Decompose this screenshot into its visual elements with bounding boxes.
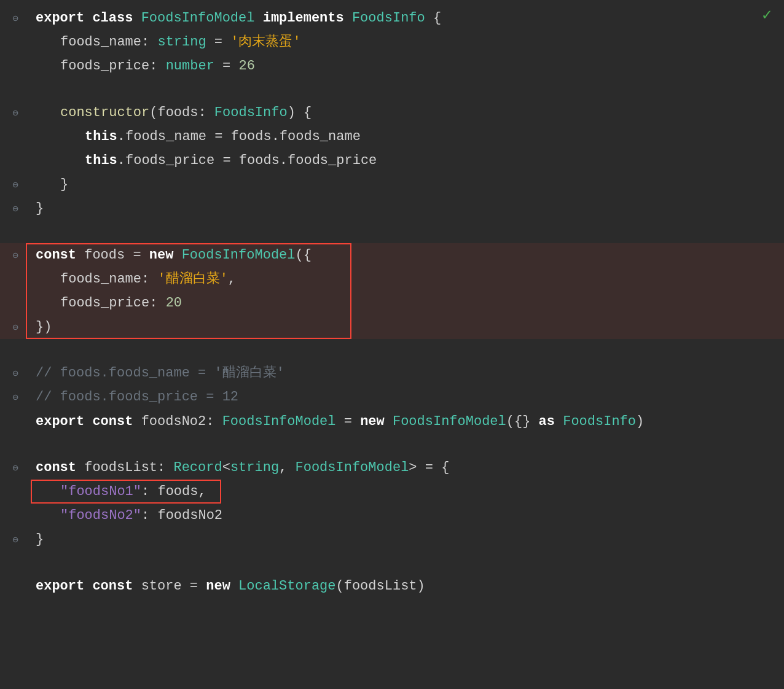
code-text: export const foodsNo2: FoodsInfoModel = … — [29, 411, 784, 432]
token: foodsList — [84, 460, 157, 475]
token: FoodsInfoModel — [182, 247, 296, 263]
code-text: // foods.foods_price = 12 — [29, 386, 784, 408]
token: } — [60, 177, 68, 192]
token: 26 — [238, 58, 254, 74]
code-line: foods_price: number = 26 — [0, 54, 784, 78]
token: : — [141, 271, 157, 287]
token: .foods_name = foods.foods_name — [117, 129, 361, 144]
token: '肉末蒸蛋' — [230, 34, 300, 50]
token: number — [166, 58, 214, 74]
code-line: ⊖} — [0, 173, 784, 197]
token: FoodsInfoModel — [393, 414, 506, 429]
code-line: ⊖const foodsList: Record<string, FoodsIn… — [0, 456, 784, 480]
token: export — [36, 10, 92, 26]
token: : — [141, 34, 157, 50]
code-text: foods_name: '醋溜白菜', — [29, 268, 784, 290]
code-line: export const store = new LocalStorage(fo… — [0, 574, 784, 598]
code-line: this.foods_name = foods.foods_name — [0, 125, 784, 149]
token: (foods: — [149, 105, 214, 120]
token: : foods, — [141, 484, 206, 499]
code-text: this.foods_name = foods.foods_name — [29, 126, 784, 147]
code-text: } — [29, 174, 784, 195]
token: as — [539, 414, 563, 429]
token: > = { — [409, 460, 449, 475]
token: // foods.foods_price = 12 — [36, 389, 238, 405]
token: FoodsInfoModel — [222, 414, 336, 429]
code-text: foods_price: number = 26 — [29, 55, 784, 77]
token: FoodsInfo — [352, 10, 433, 26]
token: this — [85, 153, 117, 168]
token: string — [157, 34, 206, 50]
token: } — [36, 532, 44, 547]
code-line — [0, 221, 784, 243]
token: foods_name — [60, 271, 141, 287]
token: ) — [636, 414, 644, 429]
token: FoodsInfoModel — [296, 460, 409, 475]
token: // foods.foods_name = '醋溜白菜' — [36, 365, 284, 381]
token: this — [85, 129, 117, 144]
code-text: } — [29, 529, 784, 550]
token: < — [222, 460, 230, 475]
code-line: "foodsNo1": foods, — [0, 480, 784, 504]
token: string — [230, 460, 279, 475]
token: class — [92, 10, 141, 26]
gutter-icon: ⊖ — [6, 202, 25, 218]
token: , — [228, 271, 236, 287]
code-line: "foodsNo2": foodsNo2 — [0, 504, 784, 527]
token: : foodsNo2 — [141, 508, 222, 523]
token: = — [190, 578, 206, 594]
code-line: export const foodsNo2: FoodsInfoModel = … — [0, 410, 784, 434]
code-text: foods_name: string = '肉末蒸蛋' — [29, 31, 784, 53]
gutter-icon: ⊖ — [6, 178, 25, 194]
code-line: ⊖} — [0, 197, 784, 220]
token: export — [36, 578, 92, 594]
code-line: foods_name: '醋溜白菜', — [0, 267, 784, 291]
code-text: foods_price: 20 — [29, 292, 784, 314]
code-line: ⊖constructor(foods: FoodsInfo) { — [0, 101, 784, 125]
token: }) — [36, 319, 52, 335]
code-line: foods_price: 20 — [0, 291, 784, 315]
gutter-icon: ⊖ — [6, 533, 25, 549]
code-line — [0, 339, 784, 361]
token: : — [149, 295, 165, 311]
code-line: ⊖} — [0, 527, 784, 551]
token: foods_price — [60, 295, 149, 311]
code-text: // foods.foods_name = '醋溜白菜' — [29, 362, 784, 384]
gutter-icon: ⊖ — [6, 367, 25, 383]
token: { — [433, 10, 441, 26]
code-line: ⊖export class FoodsInfoModel implements … — [0, 6, 784, 30]
token: new — [206, 578, 238, 594]
token: store — [141, 578, 190, 594]
token: implements — [263, 10, 352, 26]
code-line: this.foods_price = foods.foods_price — [0, 149, 784, 173]
gutter-icon: ⊖ — [6, 391, 25, 407]
token: foods_name — [60, 34, 141, 50]
token: export — [36, 414, 92, 429]
code-text: "foodsNo2": foodsNo2 — [29, 505, 784, 526]
gutter-icon: ⊖ — [6, 249, 25, 265]
gutter-icon: ⊖ — [6, 12, 25, 28]
code-text: "foodsNo1": foods, — [29, 481, 784, 502]
token: "foodsNo1" — [60, 484, 141, 499]
token: ({} — [506, 414, 539, 429]
code-text: this.foods_price = foods.foods_price — [29, 150, 784, 171]
token: = — [214, 58, 239, 74]
token: , — [279, 460, 295, 475]
token: '醋溜白菜' — [157, 271, 227, 287]
code-text: const foodsList: Record<string, FoodsInf… — [29, 457, 784, 478]
token: constructor — [60, 105, 149, 120]
token: const — [36, 460, 84, 475]
token: LocalStorage — [238, 578, 335, 594]
code-line: ⊖// foods.foods_name = '醋溜白菜' — [0, 361, 784, 385]
token: new — [360, 414, 393, 429]
token: ({ — [296, 247, 312, 263]
code-text: export const store = new LocalStorage(fo… — [29, 575, 784, 597]
token: foodsNo2 — [141, 414, 206, 429]
token: : — [157, 460, 173, 475]
token: new — [149, 247, 182, 263]
code-text: const foods = new FoodsInfoModel({ — [29, 244, 784, 266]
gutter-icon: ⊖ — [6, 461, 25, 477]
token: "foodsNo2" — [60, 508, 141, 523]
token: (foodsList) — [336, 578, 425, 594]
token: const — [92, 578, 141, 594]
